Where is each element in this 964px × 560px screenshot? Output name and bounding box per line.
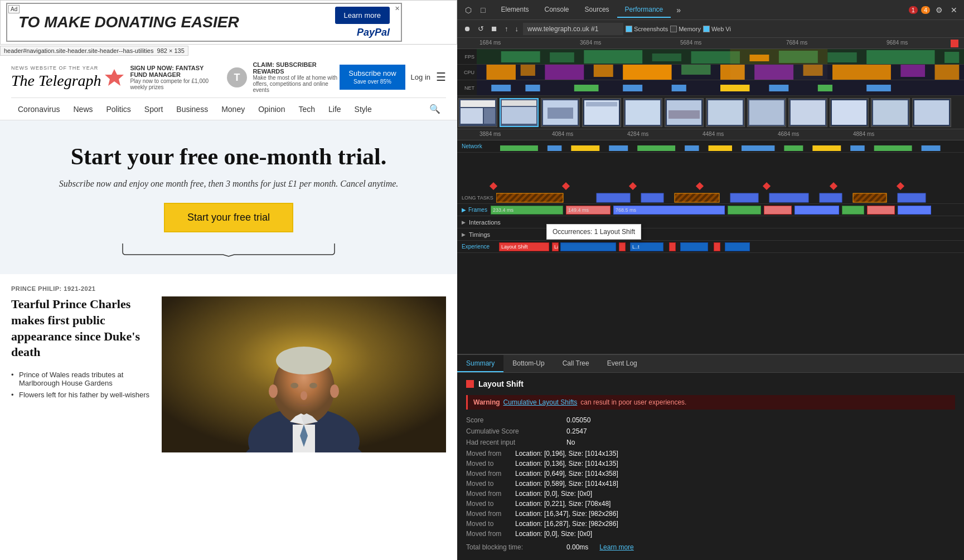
exp-block-blue[interactable]: [560, 242, 616, 251]
nav-item-news[interactable]: News: [66, 99, 99, 119]
tab-performance[interactable]: Performance: [617, 2, 671, 18]
tab-call-tree[interactable]: Call Tree: [554, 355, 598, 372]
devtools-address-row: ⏺ ↺ ⏹ ↑ ↓ Screenshots Memory Web Vi: [457, 20, 964, 38]
hamburger-menu-icon[interactable]: ☰: [436, 70, 446, 84]
occurrence-tooltip: Occurrences: 1 Layout Shift: [546, 224, 641, 240]
screenshots-checkbox[interactable]: [626, 26, 632, 32]
svg-rect-104: [820, 193, 842, 202]
screenshot-thumb[interactable]: [912, 98, 951, 127]
subscribe-button[interactable]: Subscribe now Save over 85%: [340, 65, 405, 90]
nav-item-business[interactable]: Business: [169, 99, 215, 119]
svg-rect-55: [461, 108, 483, 124]
svg-rect-82: [914, 100, 949, 125]
screenshot-thumb[interactable]: [582, 98, 621, 127]
cumulative-layout-shifts-link[interactable]: Cumulative Layout Shifts: [503, 398, 578, 406]
exp-block-small[interactable]: [619, 242, 626, 251]
tab-console[interactable]: Console: [537, 2, 577, 18]
frames-arrow[interactable]: ▶: [462, 207, 466, 213]
webvi-checkbox[interactable]: [703, 26, 710, 32]
exp-block-red2[interactable]: [669, 242, 676, 251]
interactions-row[interactable]: ▶ Interactions: [457, 216, 964, 228]
summary-title-text: Layout Shift: [478, 379, 524, 388]
time-mark-3684: 3684 ms: [580, 40, 601, 46]
free-trial-button[interactable]: Start your free trial: [164, 203, 293, 232]
svg-rect-47: [623, 85, 642, 91]
inspect-icon-button[interactable]: □: [477, 3, 488, 17]
moved-from-3-key: Moved from: [466, 490, 511, 498]
ad-close-button[interactable]: ✕: [395, 5, 400, 12]
record-icon[interactable]: ⏺: [462, 23, 473, 34]
nav-item-opinion[interactable]: Opinion: [251, 99, 292, 119]
learn-more-link[interactable]: Learn more: [599, 543, 633, 551]
screenshot-thumb[interactable]: [747, 98, 786, 127]
nav-item-tech[interactable]: Tech: [292, 99, 322, 119]
moved-to-3-row: Moved to Location: [0,221], Size: [708x4…: [466, 500, 955, 508]
empty-timeline-space: [457, 153, 964, 181]
login-button[interactable]: Log in: [411, 73, 430, 81]
summary-title: Layout Shift: [466, 379, 955, 388]
more-tabs-icon[interactable]: »: [673, 2, 684, 18]
screenshot-thumb-selected[interactable]: [500, 98, 539, 127]
ad-paypal-logo: PayPal: [357, 27, 390, 38]
timings-row[interactable]: ▶ Timings: [457, 228, 964, 241]
cursor-icon-button[interactable]: ⬡: [462, 3, 475, 17]
nav-item-life[interactable]: Life: [322, 99, 348, 119]
nav-item-coronavirus[interactable]: Coronavirus: [11, 99, 66, 119]
url-input[interactable]: [523, 23, 623, 35]
svg-rect-27: [944, 52, 959, 63]
tab-bottom-up[interactable]: Bottom-Up: [503, 355, 553, 372]
website-panel: Ad TO MAKE DONATING EASIER Learn more Pa…: [0, 0, 457, 560]
time-ruler-top: 1684 ms 3684 ms 5684 ms 7684 ms 9684 ms: [457, 38, 964, 49]
screenshot-thumb[interactable]: [830, 98, 869, 127]
screenshot-thumb[interactable]: [871, 98, 910, 127]
exp-block-red3[interactable]: [714, 242, 720, 251]
tab-summary[interactable]: Summary: [457, 355, 503, 372]
screenshot-thumb[interactable]: [788, 98, 827, 127]
memory-checkbox[interactable]: [670, 26, 677, 32]
screenshot-thumb[interactable]: [706, 98, 745, 127]
tab-elements[interactable]: Elements: [493, 2, 536, 18]
svg-rect-65: [586, 102, 617, 106]
svg-rect-30: [486, 65, 515, 80]
search-icon[interactable]: 🔍: [424, 98, 446, 120]
svg-rect-31: [521, 65, 535, 76]
nav-item-politics[interactable]: Politics: [100, 99, 138, 119]
settings-icon[interactable]: ⚙: [933, 3, 945, 17]
reload-icon[interactable]: ↺: [476, 23, 486, 34]
exp-block-blue2[interactable]: L..t: [630, 242, 663, 251]
nav-item-style[interactable]: Style: [348, 99, 379, 119]
svg-rect-21: [652, 53, 681, 61]
close-devtools-icon[interactable]: ✕: [948, 3, 960, 17]
exp-block-layout-shift[interactable]: Layout Shift: [499, 242, 549, 251]
svg-rect-72: [708, 100, 743, 125]
nav-item-money[interactable]: Money: [215, 99, 251, 119]
export-icon[interactable]: ↓: [513, 23, 521, 34]
screenshot-thumb[interactable]: [458, 98, 497, 127]
layout-shift-marker: [763, 182, 771, 190]
tab-event-log[interactable]: Event Log: [598, 355, 646, 372]
list-item: Flowers left for his father by well-wish…: [11, 389, 151, 401]
exp-block-blue3[interactable]: [680, 242, 708, 251]
exp-block-la[interactable]: La: [552, 242, 559, 251]
screenshot-thumb[interactable]: [665, 98, 704, 127]
svg-rect-105: [853, 193, 887, 202]
screenshot-thumb[interactable]: [541, 98, 580, 127]
svg-rect-93: [850, 145, 864, 151]
import-icon[interactable]: ↑: [502, 23, 511, 34]
time-mark-4284: 4284 ms: [627, 131, 648, 137]
stop-record-icon[interactable]: ⏹: [488, 23, 500, 34]
article-image: [162, 296, 446, 452]
svg-point-13: [269, 384, 278, 398]
webvi-checkbox-label: Web Vi: [703, 26, 731, 32]
tab-sources[interactable]: Sources: [577, 2, 617, 18]
exp-block-blue4[interactable]: [725, 242, 750, 251]
nav-item-sport[interactable]: Sport: [138, 99, 169, 119]
warning-label: Warning: [473, 398, 500, 406]
screenshot-thumb[interactable]: [623, 98, 662, 127]
ad-banner-inner: Ad TO MAKE DONATING EASIER Learn more Pa…: [6, 3, 402, 42]
ad-learn-button[interactable]: Learn more: [335, 7, 390, 24]
svg-rect-42: [730, 65, 827, 80]
experience-row: Experience Layout Shift La L..t Occurren…: [457, 241, 964, 253]
timings-arrow-icon: ▶: [462, 232, 466, 237]
svg-rect-58: [502, 100, 536, 106]
